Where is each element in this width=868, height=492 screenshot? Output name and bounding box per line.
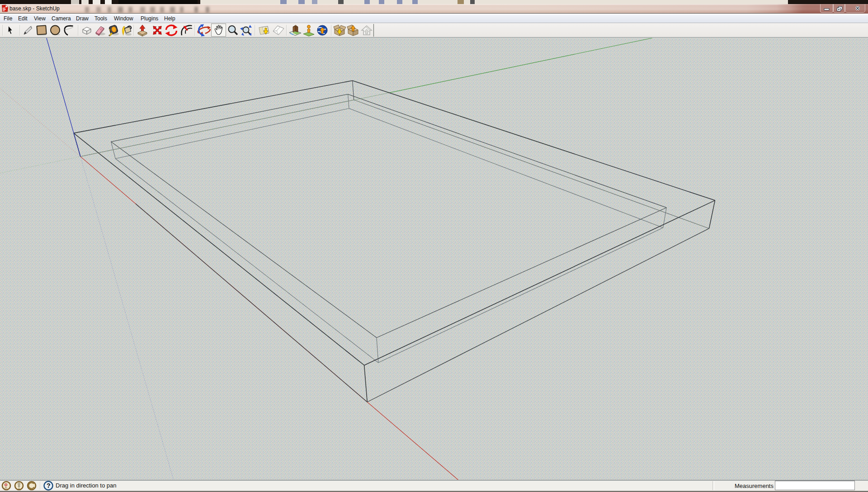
svg-text:?: ? [47, 482, 51, 489]
